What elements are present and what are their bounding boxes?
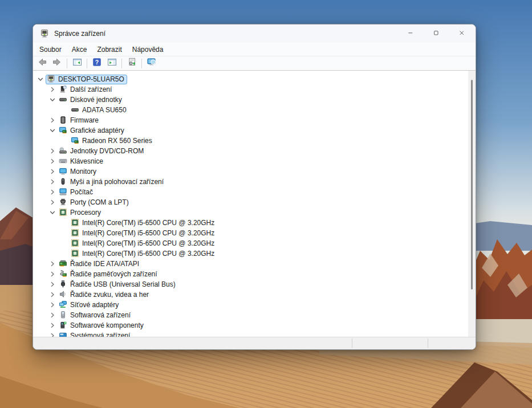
tree-item-content[interactable]: Diskové jednotky xyxy=(58,95,125,105)
tree-item[interactable]: Řadiče IDE ATA/ATAPI xyxy=(33,259,476,269)
scan-hardware-changes-button[interactable] xyxy=(125,57,139,70)
chevron-down-icon[interactable] xyxy=(47,95,58,104)
tree-item-content[interactable]: Procesory xyxy=(58,208,104,218)
tree-item[interactable]: Intel(R) Core(TM) i5-6500 CPU @ 3.20GHz xyxy=(33,218,476,228)
chevron-right-icon[interactable] xyxy=(47,116,58,125)
maximize-button[interactable] xyxy=(424,25,450,43)
tree-item-content[interactable]: Jednotky DVD/CD-ROM xyxy=(58,146,147,156)
tree-item-content[interactable]: Softwarová zařízení xyxy=(58,311,133,320)
tree-item-content[interactable]: Síťové adaptéry xyxy=(58,300,121,310)
help-button[interactable]: ? xyxy=(90,57,104,70)
tree-item[interactable]: Radeon RX 560 Series xyxy=(33,136,476,146)
chevron-down-icon[interactable] xyxy=(35,75,46,84)
menu-zobrazit[interactable]: Zobrazit xyxy=(92,44,127,55)
tree-item[interactable]: Monitory xyxy=(33,166,476,177)
tree-item[interactable]: DESKTOP-5LUAR5O xyxy=(33,74,476,84)
device-manager-icon xyxy=(40,29,49,38)
tree-item-content[interactable]: Počítač xyxy=(58,187,96,197)
chevron-right-icon[interactable] xyxy=(47,311,58,320)
tree-item[interactable]: Jednotky DVD/CD-ROM xyxy=(33,146,476,156)
chevron-right-icon[interactable] xyxy=(47,321,58,330)
tree-item[interactable]: ?Další zařízení xyxy=(33,84,476,95)
chevron-down-icon[interactable] xyxy=(47,208,58,217)
chevron-right-icon[interactable] xyxy=(47,259,58,268)
tree-item[interactable]: Počítač xyxy=(33,187,476,197)
tree-item-content[interactable]: Myši a jiná polohovací zařízení xyxy=(58,177,166,187)
tree-item-content[interactable]: Monitory xyxy=(58,167,99,177)
tree-item-content[interactable]: Intel(R) Core(TM) i5-6500 CPU @ 3.20GHz xyxy=(70,218,217,228)
chevron-right-icon[interactable] xyxy=(47,177,58,186)
tree-item[interactable]: Řadiče USB (Universal Serial Bus) xyxy=(33,279,476,289)
tree-item[interactable]: Intel(R) Core(TM) i5-6500 CPU @ 3.20GHz xyxy=(33,238,476,248)
tree-item-content[interactable]: Porty (COM a LPT) xyxy=(58,198,132,207)
chevron-right-icon[interactable] xyxy=(47,290,58,299)
tree-item-content[interactable]: Grafické adaptéry xyxy=(58,126,127,136)
tree-item-content[interactable]: Softwarové komponenty xyxy=(58,321,147,331)
tree-item-content[interactable]: Intel(R) Core(TM) i5-6500 CPU @ 3.20GHz xyxy=(70,239,217,248)
tree-item-content[interactable]: Řadiče IDE ATA/ATAPI xyxy=(58,259,142,269)
menu-akce[interactable]: Akce xyxy=(67,44,92,55)
tree-item-content[interactable]: Řadiče paměťových zařízení xyxy=(58,270,160,279)
tree-item[interactable]: Síťové adaptéry xyxy=(33,300,476,310)
scrollbar-thumb[interactable] xyxy=(471,80,473,289)
serial-port-icon xyxy=(59,198,68,207)
tree-item[interactable]: Procesory xyxy=(33,207,476,218)
tree-item[interactable]: ADATA SU650 xyxy=(33,105,476,115)
close-button[interactable] xyxy=(450,25,476,43)
chevron-right-icon[interactable] xyxy=(47,167,58,176)
titlebar[interactable]: Správce zařízení xyxy=(33,25,476,43)
tree-item-content[interactable]: Řadiče zvuku, videa a her xyxy=(58,290,152,300)
chevron-down-icon[interactable] xyxy=(47,126,58,135)
chevron-right-icon[interactable] xyxy=(47,85,58,94)
tree-item[interactable]: Intel(R) Core(TM) i5-6500 CPU @ 3.20GHz xyxy=(33,228,476,238)
tree-item-content[interactable]: ?Další zařízení xyxy=(58,85,115,95)
vertical-scrollbar[interactable] xyxy=(468,71,476,337)
forward-button[interactable] xyxy=(50,57,64,70)
tree-item[interactable]: Grafické adaptéry xyxy=(33,125,476,136)
chevron-right-icon[interactable] xyxy=(47,198,58,207)
show-console-tree-button[interactable] xyxy=(70,57,84,70)
tree-item[interactable]: Systémová zařízení xyxy=(33,331,476,337)
chevron-right-icon[interactable] xyxy=(47,187,58,197)
tree-item[interactable]: Klávesnice xyxy=(33,156,476,166)
chevron-right-icon[interactable] xyxy=(47,331,58,337)
tree-item-content[interactable]: Radeon RX 560 Series xyxy=(70,136,155,146)
action-pane-icon xyxy=(107,58,117,69)
tree-item[interactable]: Firmware xyxy=(33,115,476,125)
system-device-icon xyxy=(59,331,68,337)
chevron-right-icon[interactable] xyxy=(47,270,58,279)
status-bar-divider xyxy=(428,338,428,348)
disk-drive-icon xyxy=(71,105,80,115)
chevron-right-icon[interactable] xyxy=(47,146,58,156)
toolbar-separator xyxy=(121,59,122,68)
minimize-button[interactable] xyxy=(399,25,424,43)
tree-item-label: Počítač xyxy=(70,188,93,197)
tree-item-content[interactable]: Klávesnice xyxy=(58,157,106,166)
tree-item-content[interactable]: ADATA SU650 xyxy=(70,105,129,115)
tree-item[interactable]: Myši a jiná polohovací zařízení xyxy=(33,177,476,187)
tree-item-content[interactable]: Řadiče USB (Universal Serial Bus) xyxy=(58,280,178,289)
chevron-right-icon[interactable] xyxy=(47,157,58,166)
tree-item-label: Softwarové komponenty xyxy=(70,321,144,330)
disk-drive-icon xyxy=(59,95,68,104)
menu-soubor[interactable]: Soubor xyxy=(34,44,67,55)
menu-napoveda[interactable]: Nápověda xyxy=(127,44,169,55)
show-action-pane-button[interactable] xyxy=(105,57,119,70)
tree-item-selected-content[interactable]: DESKTOP-5LUAR5O xyxy=(46,75,127,84)
chevron-right-icon[interactable] xyxy=(47,280,58,289)
tree-item-label: Intel(R) Core(TM) i5-6500 CPU @ 3.20GHz xyxy=(82,239,214,248)
tree-item-content[interactable]: Systémová zařízení xyxy=(58,331,133,337)
tree-item[interactable]: Porty (COM a LPT) xyxy=(33,197,476,207)
tree-item[interactable]: Softwarové komponenty xyxy=(33,320,476,331)
tree-item-content[interactable]: Firmware xyxy=(58,116,101,125)
tree-item[interactable]: Diskové jednotky xyxy=(33,95,476,105)
tree-item[interactable]: Intel(R) Core(TM) i5-6500 CPU @ 3.20GHz xyxy=(33,248,476,259)
tree-item-content[interactable]: Intel(R) Core(TM) i5-6500 CPU @ 3.20GHz xyxy=(70,229,217,238)
tree-item[interactable]: Řadiče paměťových zařízení xyxy=(33,269,476,279)
tree-item[interactable]: Softwarová zařízení xyxy=(33,310,476,320)
tree-item[interactable]: Řadiče zvuku, videa a her xyxy=(33,289,476,300)
tree-item-content[interactable]: Intel(R) Core(TM) i5-6500 CPU @ 3.20GHz xyxy=(70,249,217,259)
device-search-button[interactable] xyxy=(145,57,159,70)
back-button[interactable] xyxy=(35,57,49,70)
chevron-right-icon[interactable] xyxy=(47,300,58,309)
